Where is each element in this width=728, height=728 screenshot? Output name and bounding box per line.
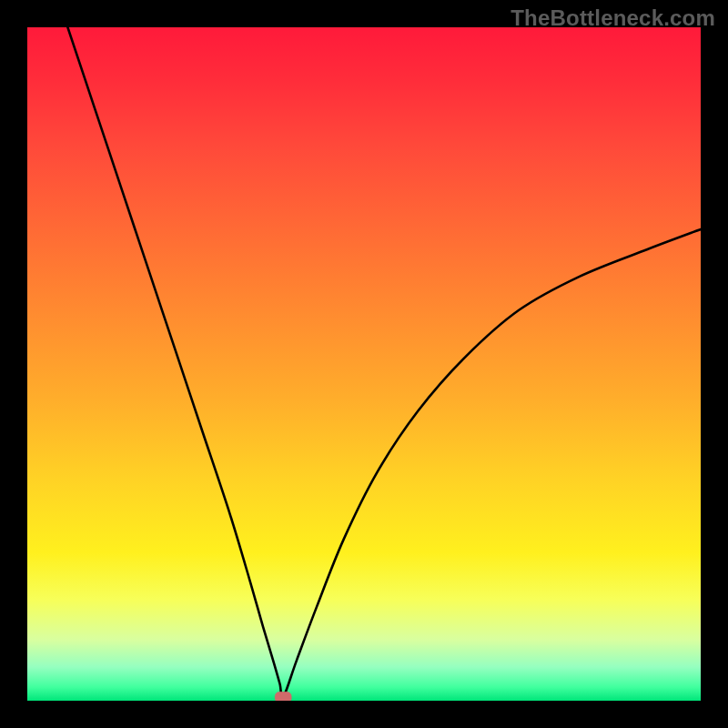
watermark-text: TheBottleneck.com	[511, 5, 715, 31]
curve-layer	[27, 27, 701, 701]
optimum-marker	[275, 692, 291, 701]
chart-frame: TheBottleneck.com	[0, 0, 728, 728]
bottleneck-curve	[67, 27, 701, 698]
plot-area	[27, 27, 701, 701]
